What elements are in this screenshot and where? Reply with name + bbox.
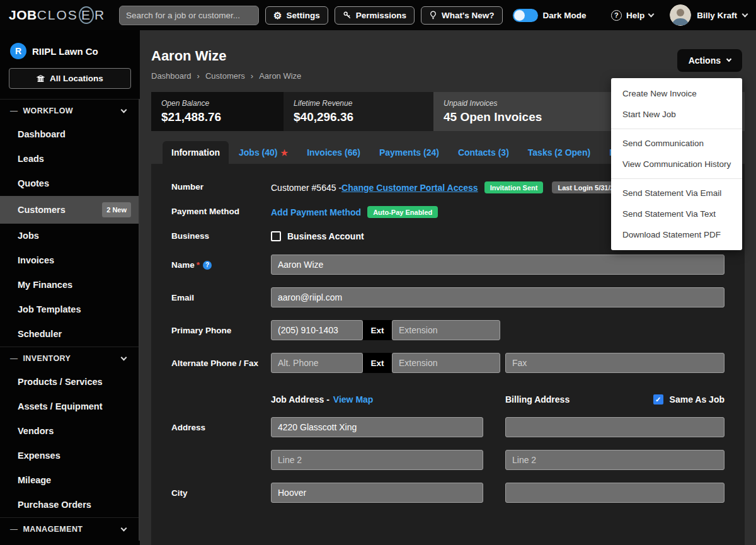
- chevron-down-icon: [726, 57, 731, 62]
- same-as-job-control: ✓ Same As Job: [653, 394, 724, 404]
- key-icon: [343, 11, 352, 20]
- billing-line2-input[interactable]: [505, 450, 724, 470]
- dash-icon: —: [10, 106, 18, 115]
- user-menu[interactable]: Billy Kraft: [670, 4, 747, 26]
- sidebar-item-invoices[interactable]: Invoices: [0, 248, 139, 273]
- change-portal-access-link[interactable]: Change Customer Portal Access: [341, 183, 478, 193]
- new-count-badge: 2 New: [102, 202, 131, 217]
- billing-address-input[interactable]: [505, 417, 724, 437]
- customer-number: Customer #5645 -: [271, 183, 341, 193]
- sidebar-item-label: Job Templates: [18, 304, 81, 316]
- logo-text-light: CLOS: [37, 8, 78, 23]
- menu-item-send-statement-email[interactable]: Send Statement Via Email: [611, 183, 742, 204]
- business-account-checkbox[interactable]: [271, 231, 281, 241]
- logo-text-light-end: R: [94, 8, 105, 23]
- job-city-input[interactable]: [271, 483, 483, 503]
- tab-tasks[interactable]: Tasks (2 Open): [519, 141, 599, 164]
- add-payment-method-link[interactable]: Add Payment Method: [271, 207, 361, 217]
- alt-phone-input[interactable]: [271, 353, 363, 373]
- chevron-down-icon: [742, 11, 748, 17]
- section-label: INVENTORY: [23, 354, 71, 363]
- section-management[interactable]: — MANAGEMENT: [0, 517, 139, 541]
- search-input[interactable]: [119, 6, 259, 25]
- tab-jobs[interactable]: Jobs (40) ★: [230, 141, 297, 164]
- help-menu[interactable]: ? Help: [611, 10, 653, 21]
- sidebar-item-customers[interactable]: Customers 2 New: [0, 196, 139, 224]
- billing-city-input[interactable]: [505, 483, 724, 503]
- stat-open-balance: Open Balance $21,488.76: [151, 92, 284, 131]
- sidebar-item-label: Products / Services: [18, 376, 103, 388]
- dark-mode-label: Dark Mode: [543, 11, 587, 20]
- fax-input[interactable]: [505, 353, 724, 373]
- line2-spacer: [171, 450, 271, 470]
- sidebar-item-my-finances[interactable]: My Finances: [0, 273, 139, 297]
- actions-button[interactable]: Actions: [677, 49, 742, 72]
- logo-circled-letter: E: [79, 6, 94, 24]
- menu-item-create-new-invoice[interactable]: Create New Invoice: [611, 83, 742, 104]
- stat-label: Open Balance: [161, 99, 273, 108]
- autopay-enabled-badge: Auto-Pay Enabled: [367, 206, 438, 218]
- info-icon[interactable]: ?: [203, 261, 212, 270]
- chevron-down-icon: [121, 354, 127, 360]
- primary-phone-input[interactable]: [271, 320, 363, 340]
- breadcrumb-dashboard[interactable]: Dashboard: [151, 71, 192, 81]
- alt-extension-input[interactable]: [392, 353, 500, 373]
- job-address-header: Job Address -: [271, 394, 329, 404]
- tab-invoices[interactable]: Invoices (66): [298, 141, 369, 164]
- stat-value: $40,296.36: [294, 110, 423, 124]
- toggle-knob: [514, 10, 525, 21]
- tab-contacts[interactable]: Contacts (3): [449, 141, 518, 164]
- section-workflow[interactable]: — WORKFLOW: [0, 99, 139, 122]
- sidebar-item-leads[interactable]: Leads: [0, 147, 139, 171]
- permissions-button[interactable]: Permissions: [335, 6, 415, 25]
- sidebar-item-quotes[interactable]: Quotes: [0, 171, 139, 196]
- sidebar-item-assets-equipment[interactable]: Assets / Equipment: [0, 394, 139, 419]
- all-locations-button[interactable]: All Locations: [9, 68, 131, 89]
- sidebar-item-label: My Finances: [18, 279, 72, 291]
- email-row: Email: [171, 287, 724, 307]
- menu-item-start-new-job[interactable]: Start New Job: [611, 104, 742, 125]
- sidebar-item-products-services[interactable]: Products / Services: [0, 370, 139, 394]
- email-input[interactable]: [271, 287, 724, 307]
- city-row: City: [171, 483, 724, 503]
- permissions-label: Permissions: [356, 11, 406, 20]
- payment-method-label: Payment Method: [171, 206, 271, 218]
- menu-item-download-statement-pdf[interactable]: Download Statement PDF: [611, 224, 742, 245]
- job-address-input[interactable]: [271, 417, 483, 437]
- name-input[interactable]: [271, 255, 724, 275]
- whats-new-button[interactable]: What's New?: [421, 6, 502, 25]
- app-logo[interactable]: JOB CLOS E R: [9, 6, 105, 24]
- settings-button[interactable]: ⚙ Settings: [265, 6, 328, 25]
- menu-divider: [611, 178, 742, 179]
- company-avatar: R: [10, 43, 26, 59]
- breadcrumb-customers[interactable]: Customers: [205, 71, 245, 81]
- menu-item-view-communication-history[interactable]: View Communication History: [611, 154, 742, 175]
- sidebar-item-label: Dashboard: [18, 129, 66, 141]
- sidebar-item-mileage[interactable]: Mileage: [0, 468, 139, 493]
- sidebar-item-purchase-orders[interactable]: Purchase Orders: [0, 493, 139, 517]
- sidebar-item-job-templates[interactable]: Job Templates: [0, 297, 139, 322]
- sidebar-item-jobs[interactable]: Jobs: [0, 224, 139, 248]
- tab-information[interactable]: Information: [163, 141, 229, 164]
- section-inventory[interactable]: — INVENTORY: [0, 347, 139, 370]
- tab-payments[interactable]: Payments (24): [370, 141, 448, 164]
- help-label: Help: [626, 11, 644, 20]
- building-icon: [37, 74, 45, 83]
- dark-mode-toggle[interactable]: [513, 9, 538, 22]
- sidebar-item-dashboard[interactable]: Dashboard: [0, 122, 139, 147]
- primary-extension-input[interactable]: [392, 320, 500, 340]
- star-icon: ★: [280, 148, 288, 158]
- menu-item-send-statement-text[interactable]: Send Statement Via Text: [611, 204, 742, 224]
- same-as-job-checkbox[interactable]: ✓: [653, 394, 663, 404]
- company-selector[interactable]: R RIIPL Lawn Co: [0, 38, 140, 64]
- sidebar-item-expenses[interactable]: Expenses: [0, 444, 139, 468]
- address-header-spacer: [171, 394, 271, 404]
- chevron-down-icon: [121, 525, 127, 531]
- sidebar-item-scheduler[interactable]: Scheduler: [0, 322, 139, 347]
- sidebar: R RIIPL Lawn Co All Locations — WORKFLOW…: [0, 30, 140, 545]
- help-icon: ?: [611, 10, 622, 21]
- sidebar-item-vendors[interactable]: Vendors: [0, 419, 139, 444]
- view-map-link[interactable]: View Map: [333, 394, 374, 404]
- menu-item-send-communication[interactable]: Send Communication: [611, 133, 742, 154]
- job-line2-input[interactable]: [271, 450, 483, 470]
